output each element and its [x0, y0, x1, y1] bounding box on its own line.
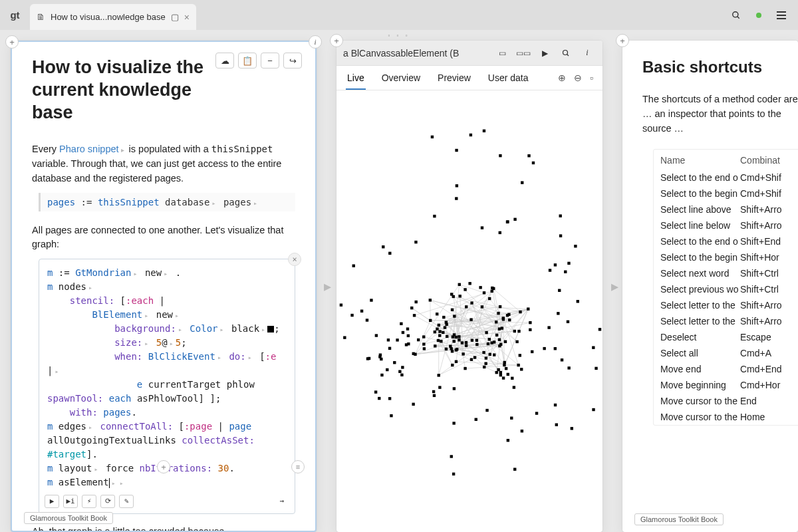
pencil-button[interactable]: ✎ [119, 495, 134, 508]
tab-overview[interactable]: Overview [380, 66, 422, 90]
hamburger-menu-icon[interactable] [770, 0, 793, 30]
add-pane-button[interactable]: + [616, 34, 629, 47]
svg-rect-321 [520, 368, 523, 370]
table-row[interactable]: Move endCmd+End [654, 361, 798, 377]
svg-rect-237 [464, 288, 466, 291]
table-row[interactable]: Move beginningCmd+Hor [654, 377, 798, 393]
svg-rect-360 [571, 427, 573, 430]
table-row[interactable]: Select previous woShift+Ctrl [654, 281, 798, 297]
svg-rect-201 [473, 356, 476, 358]
book-button[interactable]: ▭▭ [515, 46, 532, 61]
pane-info-button[interactable]: i [309, 35, 322, 49]
svg-rect-172 [475, 339, 478, 342]
bolt-button[interactable]: ⚡ [82, 495, 96, 508]
table-row[interactable]: Select line aboveShift+Arro [654, 201, 798, 217]
graph-canvas[interactable] [336, 90, 602, 532]
svg-rect-351 [513, 467, 516, 470]
refresh-button[interactable]: ⟳ [100, 495, 115, 508]
pharo-snippet-link[interactable]: Pharo snippet [59, 144, 118, 154]
table-row[interactable]: Move cursor to theHome [654, 409, 798, 425]
col-header-combo[interactable]: Combinat [740, 155, 798, 166]
table-row[interactable]: Move cursor to theEnd [654, 393, 798, 409]
play-button[interactable]: ▶ [45, 495, 59, 508]
svg-rect-194 [455, 360, 458, 363]
svg-line-119 [466, 365, 519, 368]
info-button[interactable]: i [579, 46, 596, 61]
svg-rect-162 [453, 315, 456, 317]
svg-rect-256 [396, 338, 398, 341]
svg-rect-302 [502, 376, 505, 379]
play-inspect-button[interactable]: ▶i [63, 495, 78, 508]
tab-live[interactable]: Live [346, 66, 366, 90]
svg-rect-159 [437, 339, 440, 342]
svg-rect-289 [595, 367, 597, 370]
clipboard-button[interactable]: 📋 [238, 53, 257, 68]
table-row[interactable]: Select to the beginShift+Hor [654, 249, 798, 265]
svg-line-1 [737, 16, 739, 18]
svg-rect-232 [422, 342, 425, 345]
footer-breadcrumb[interactable]: Glamorous Toolkit Book [634, 513, 724, 525]
svg-rect-207 [485, 331, 487, 334]
shortcut-name: Move cursor to the [660, 412, 740, 422]
close-icon[interactable]: × [184, 12, 190, 23]
search-button[interactable] [557, 46, 575, 61]
window-tab[interactable]: 🗎 How to visua...nowledge base ▢ × [30, 4, 196, 30]
table-row[interactable]: Select allCmd+A [654, 345, 798, 361]
close-snippet-button[interactable]: × [288, 253, 301, 266]
svg-rect-218 [484, 362, 487, 364]
remove-button[interactable]: − [261, 53, 279, 68]
triangle-icon: ▸ [121, 146, 124, 154]
svg-rect-208 [519, 354, 521, 356]
maximize-icon[interactable]: ▢ [171, 12, 179, 22]
top-bar: gt 🗎 How to visua...nowledge base ▢ × [0, 0, 798, 30]
add-pane-button[interactable]: + [5, 35, 19, 49]
tab-user-data[interactable]: User data [487, 66, 530, 90]
table-row[interactable]: Select letter to theShift+Arro [654, 297, 798, 313]
inspector-header: a BlCanvassableElement (B ▭ ▭▭ ▶ i [336, 41, 602, 66]
table-row[interactable]: Select to the end oCmd+Shif [654, 170, 798, 186]
tab-preview[interactable]: Preview [436, 66, 472, 90]
add-pane-button[interactable]: + [330, 34, 343, 47]
svg-rect-248 [438, 330, 441, 332]
zoom-out-icon[interactable]: ⊖ [574, 72, 582, 83]
table-row[interactable]: DeselectEscape [654, 329, 798, 345]
shortcut-combo: Cmd+Shif [740, 172, 798, 183]
shortcut-name: Select line above [660, 204, 740, 215]
play-button[interactable]: ▶ [536, 46, 553, 61]
chevron-right-icon[interactable]: ▸ [324, 278, 331, 295]
zoom-in-icon[interactable]: ⊕ [558, 72, 566, 83]
svg-rect-291 [475, 418, 477, 421]
svg-rect-307 [453, 387, 456, 390]
svg-rect-246 [499, 343, 502, 346]
shortcut-name: Move end [660, 364, 740, 374]
app-logo[interactable]: gt [0, 0, 30, 30]
search-icon[interactable] [725, 0, 747, 30]
table-row[interactable]: Select to the end oShift+End [654, 233, 798, 249]
svg-rect-305 [387, 338, 390, 341]
svg-rect-329 [559, 234, 562, 237]
col-header-name[interactable]: Name [660, 155, 740, 166]
fit-icon[interactable]: ▫ [590, 72, 593, 83]
cloud-save-button[interactable]: ☁ [215, 53, 234, 68]
svg-rect-154 [529, 321, 531, 324]
svg-rect-318 [499, 154, 501, 157]
share-button[interactable]: ↪ [283, 53, 302, 68]
snippet-menu-button[interactable]: ≡ [291, 460, 305, 473]
add-snippet-button[interactable]: + [157, 460, 170, 473]
svg-rect-249 [497, 312, 499, 315]
table-row[interactable]: Select line belowShift+Arro [654, 217, 798, 233]
svg-rect-202 [451, 364, 454, 366]
chevron-right-icon[interactable]: ▸ [611, 278, 618, 295]
table-row[interactable]: Select letter to theShift+Arro [654, 313, 798, 329]
detach-button[interactable]: ▭ [493, 46, 511, 61]
footer-breadcrumb[interactable]: Glamorous Toolkit Book [24, 512, 113, 524]
svg-line-94 [438, 340, 452, 365]
table-row[interactable]: Select to the beginCmd+Shif [654, 186, 798, 201]
svg-rect-193 [487, 342, 489, 345]
arrow-right-button[interactable]: → [275, 495, 289, 508]
svg-rect-322 [592, 346, 595, 349]
snippet-pages[interactable]: pages := thisSnippet database▸ pages▸ [39, 193, 295, 211]
code-card[interactable]: × m := GtMondrian▸ new▸ . m nodes▸ stenc… [39, 259, 295, 514]
table-row[interactable]: Select next wordShift+Ctrl [654, 265, 798, 281]
svg-rect-244 [464, 367, 466, 370]
